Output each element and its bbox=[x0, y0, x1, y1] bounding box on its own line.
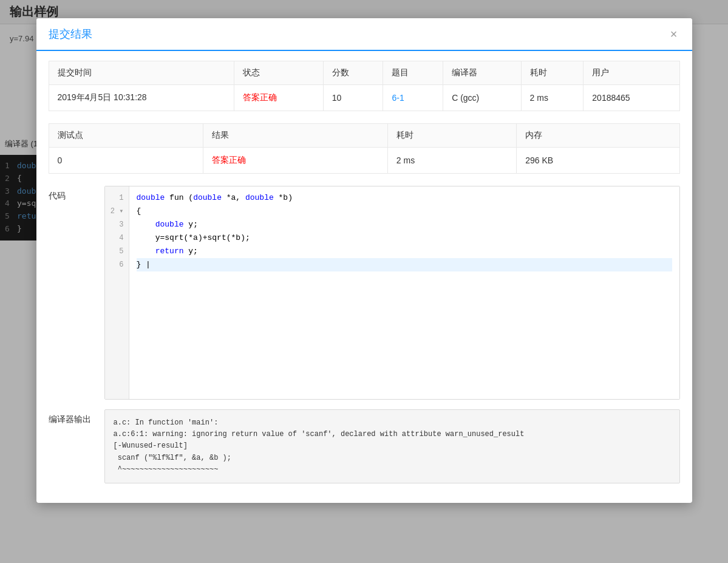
tp-col-time: 耗时 bbox=[387, 124, 516, 148]
col-header-time: 提交时间 bbox=[49, 61, 234, 85]
col-header-time-used: 耗时 bbox=[521, 61, 583, 85]
ln-3: 3 bbox=[105, 218, 129, 231]
status-badge: 答案正确 bbox=[243, 92, 277, 102]
modal-title: 提交结果 bbox=[49, 27, 92, 41]
ln-1: 1 bbox=[105, 191, 129, 205]
compiler-output: a.c: In function 'main': a.c:6:1: warnin… bbox=[104, 409, 680, 483]
submission-compiler: C (gcc) bbox=[443, 85, 521, 111]
submission-problem: 6-1 bbox=[383, 85, 443, 111]
tp-col-memory: 内存 bbox=[517, 124, 679, 148]
tp-time-used: 2 ms bbox=[387, 148, 516, 174]
testpoint-table: 测试点 结果 耗时 内存 0 答案正确 2 ms 296 KB bbox=[49, 123, 680, 174]
submission-time-used: 2 ms bbox=[521, 85, 583, 111]
modal-header: 提交结果 × bbox=[36, 18, 692, 51]
code-line-5: return y; bbox=[137, 245, 672, 258]
modal-dialog: 提交结果 × 提交时间 状态 分数 题目 编译器 耗时 用户 bbox=[36, 18, 692, 503]
tp-result: 答案正确 bbox=[203, 148, 387, 174]
problem-link[interactable]: 6-1 bbox=[392, 93, 404, 103]
code-line-4: y=sqrt(*a)+sqrt(*b); bbox=[137, 231, 672, 245]
col-header-status: 状态 bbox=[234, 61, 323, 85]
close-button[interactable]: × bbox=[668, 28, 680, 40]
tp-id: 0 bbox=[49, 148, 203, 174]
code-content: double fun (double *a, double *b) { doub… bbox=[129, 186, 679, 399]
submission-user: 20188465 bbox=[583, 85, 679, 111]
submission-score: 10 bbox=[323, 85, 383, 111]
modal-overlay: 提交结果 × 提交时间 状态 分数 题目 编译器 耗时 用户 bbox=[0, 0, 728, 563]
ln-5: 5 bbox=[105, 245, 129, 258]
testpoint-row: 0 答案正确 2 ms 296 KB bbox=[49, 148, 679, 174]
tp-col-result: 结果 bbox=[203, 124, 387, 148]
code-editor[interactable]: 1 2 ▾ 3 4 5 6 double fun (double *a, dou… bbox=[104, 186, 680, 400]
code-line-3: double y; bbox=[137, 218, 672, 231]
code-section: 代码 1 2 ▾ 3 4 5 6 double fun (double *a, … bbox=[49, 186, 680, 400]
code-line-6: } | bbox=[137, 258, 672, 271]
code-editor-inner: 1 2 ▾ 3 4 5 6 double fun (double *a, dou… bbox=[105, 186, 679, 399]
modal-body: 提交时间 状态 分数 题目 编译器 耗时 用户 2019年4月5日 10:31:… bbox=[36, 51, 692, 503]
code-line-2: { bbox=[137, 205, 672, 218]
ln-4: 4 bbox=[105, 231, 129, 245]
line-numbers: 1 2 ▾ 3 4 5 6 bbox=[105, 186, 129, 399]
tp-result-badge: 答案正确 bbox=[212, 155, 246, 165]
tp-col-id: 测试点 bbox=[49, 124, 203, 148]
col-header-user: 用户 bbox=[583, 61, 679, 85]
submission-time: 2019年4月5日 10:31:28 bbox=[49, 85, 234, 111]
ln-6: 6 bbox=[105, 258, 129, 271]
code-line-1: double fun (double *a, double *b) bbox=[137, 191, 672, 205]
col-header-score: 分数 bbox=[323, 61, 383, 85]
submission-table: 提交时间 状态 分数 题目 编译器 耗时 用户 2019年4月5日 10:31:… bbox=[49, 61, 680, 111]
col-header-problem: 题目 bbox=[383, 61, 443, 85]
submission-row: 2019年4月5日 10:31:28 答案正确 10 6-1 C (gcc) 2… bbox=[49, 85, 679, 111]
compiler-label: 编译器输出 bbox=[49, 409, 97, 425]
submission-status: 答案正确 bbox=[234, 85, 323, 111]
ln-2: 2 ▾ bbox=[105, 205, 129, 218]
col-header-compiler: 编译器 bbox=[443, 61, 521, 85]
code-label: 代码 bbox=[49, 186, 97, 202]
tp-memory: 296 KB bbox=[517, 148, 679, 174]
compiler-section: 编译器输出 a.c: In function 'main': a.c:6:1: … bbox=[49, 409, 680, 483]
